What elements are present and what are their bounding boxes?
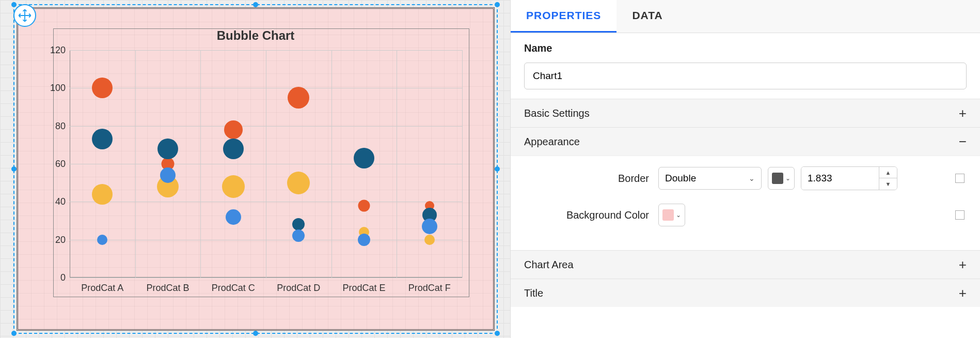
chevron-down-icon: ⌄	[676, 211, 681, 219]
section-appearance[interactable]: Appearance −	[511, 127, 980, 156]
bubble-point	[222, 175, 245, 198]
step-up-icon[interactable]: ▲	[879, 167, 897, 178]
border-style-select[interactable]: Double ⌄	[658, 167, 762, 190]
expand-icon: +	[959, 286, 967, 300]
tab-data[interactable]: DATA	[617, 0, 678, 33]
border-label: Border	[524, 173, 658, 185]
bg-color-picker[interactable]: ⌄	[658, 204, 685, 226]
section-basic-settings[interactable]: Basic Settings +	[511, 99, 980, 127]
bubble-point	[358, 234, 370, 246]
x-tick: ProdCat C	[212, 278, 255, 294]
bubble-point	[92, 184, 113, 205]
border-width-stepper[interactable]: ▲ ▼	[801, 166, 897, 190]
bubble-point	[92, 78, 113, 98]
y-tick: 20	[55, 234, 70, 245]
resize-handle[interactable]	[253, 2, 258, 7]
x-tick: ProdCat A	[81, 278, 123, 294]
section-chart-area[interactable]: Chart Area +	[511, 250, 980, 279]
y-tick: 40	[55, 196, 70, 207]
expand-icon: +	[959, 258, 967, 271]
section-label: Chart Area	[524, 259, 574, 271]
bubble-point	[160, 167, 176, 183]
bubble-point	[223, 139, 244, 159]
appearance-body: Border Double ⌄ ⌄ ▲ ▼	[511, 156, 980, 250]
bubble-point	[292, 218, 305, 231]
bubble-point	[157, 139, 178, 159]
border-width-input[interactable]	[801, 167, 879, 190]
section-label: Title	[524, 287, 543, 299]
x-tick: ProdCat D	[277, 278, 320, 294]
section-label: Basic Settings	[524, 107, 590, 119]
chevron-down-icon: ⌄	[785, 175, 791, 182]
resize-handle[interactable]	[11, 331, 17, 336]
bubble-point	[92, 129, 113, 149]
y-tick: 60	[55, 159, 70, 170]
tab-properties[interactable]: PROPERTIES	[511, 0, 617, 33]
x-tick: ProdCat F	[408, 278, 451, 294]
expand-icon: +	[959, 106, 967, 120]
bg-color-label: Background Color	[524, 209, 658, 221]
section-label: Appearance	[524, 136, 580, 148]
resize-handle[interactable]	[11, 2, 17, 7]
x-tick: ProdCat B	[146, 278, 189, 294]
bubble-point	[224, 120, 243, 139]
bg-checkbox[interactable]	[955, 210, 965, 220]
bg-color-swatch	[662, 209, 674, 221]
resize-handle[interactable]	[495, 166, 500, 172]
y-tick: 80	[55, 120, 70, 131]
x-tick: ProdCat E	[342, 278, 385, 294]
resize-handle[interactable]	[253, 331, 258, 336]
resize-handle[interactable]	[495, 331, 500, 336]
bubble-point	[422, 219, 437, 234]
chart-title: Bubble Chart	[18, 28, 493, 43]
border-color-picker[interactable]: ⌄	[768, 167, 795, 190]
bubble-point	[354, 148, 374, 168]
bubble-point	[287, 172, 310, 194]
border-checkbox[interactable]	[955, 174, 965, 183]
panel-tabs: PROPERTIES DATA	[511, 0, 980, 33]
chart-plot-area: 020406080100120ProdCat AProdCat BProdCat…	[70, 50, 462, 278]
chart-background: Bubble Chart 020406080100120ProdCat APro…	[17, 7, 495, 331]
border-color-swatch	[772, 173, 783, 184]
bubble-point	[288, 87, 309, 109]
border-style-value: Double	[665, 173, 696, 184]
bubble-point	[226, 209, 241, 225]
name-input[interactable]	[524, 63, 967, 89]
resize-handle[interactable]	[495, 2, 500, 7]
chart-selection[interactable]: Bubble Chart 020406080100120ProdCat APro…	[13, 4, 498, 334]
y-tick: 0	[60, 272, 70, 283]
move-handle-icon[interactable]	[13, 4, 36, 27]
resize-handle[interactable]	[11, 166, 17, 172]
y-tick: 120	[50, 45, 70, 56]
section-title[interactable]: Title +	[511, 279, 980, 307]
bubble-point	[424, 235, 435, 245]
step-down-icon[interactable]: ▼	[879, 178, 897, 190]
design-canvas[interactable]: Bubble Chart 020406080100120ProdCat APro…	[0, 0, 510, 338]
name-label: Name	[511, 33, 980, 58]
chevron-down-icon: ⌄	[749, 174, 755, 182]
bubble-point	[292, 229, 305, 242]
collapse-icon: −	[959, 135, 967, 148]
y-tick: 100	[50, 83, 70, 94]
bubble-point	[358, 199, 370, 211]
bubble-point	[97, 235, 107, 245]
properties-panel: PROPERTIES DATA Name Basic Settings + Ap…	[510, 0, 980, 338]
